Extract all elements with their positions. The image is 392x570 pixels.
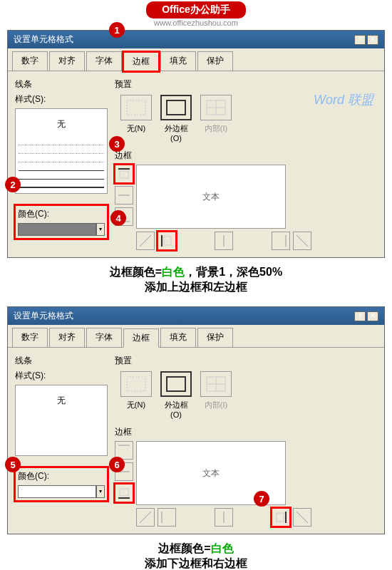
titlebar: 设置单元格格式 ? ✕ (8, 31, 384, 48)
line-style-list[interactable]: 无 (15, 108, 108, 194)
color-dropdown[interactable]: ▾ (96, 223, 105, 236)
lines-group-label: 线条 (15, 78, 108, 90)
preset-outer-label: 外边框(O) (160, 123, 192, 142)
svg-rect-11 (164, 237, 171, 245)
preset-none-label: 无(N) (120, 123, 152, 142)
help-button[interactable]: ? (354, 35, 366, 45)
tab-border[interactable]: 边框 (123, 52, 159, 71)
preset-none-label: 无(N) (120, 400, 152, 419)
marker-2: 2 (5, 177, 21, 192)
tab-strip: 数字 对齐 字体 边框 填充 保护 (8, 48, 384, 71)
svg-line-24 (140, 512, 151, 523)
tab-fill[interactable]: 填充 (160, 51, 196, 71)
svg-line-9 (140, 235, 151, 247)
color-swatch[interactable] (18, 223, 96, 236)
titlebar: 设置单元格格式 ? ✕ (8, 307, 384, 325)
border-mid-v-button[interactable] (215, 232, 233, 250)
preset-outer-button[interactable] (160, 95, 192, 120)
banner-url: www.officezhushou.com (0, 19, 392, 27)
caption-1: 边框颜色=白色，背景1，深色50% 添加上边框和左边框 (0, 265, 392, 295)
style-none-option[interactable]: 无 (19, 112, 104, 137)
marker-6: 6 (109, 457, 125, 472)
dialog-title: 设置单元格格式 (14, 33, 73, 46)
tab-align[interactable]: 对齐 (49, 51, 85, 71)
color-label: 颜色(C): (18, 470, 105, 482)
border-bottom-button[interactable] (115, 484, 133, 502)
line-style-list[interactable]: 无 (15, 385, 108, 456)
marker-1: 1 (109, 22, 125, 38)
preview-text: 文本 (202, 191, 220, 203)
svg-rect-22 (120, 489, 128, 496)
preset-group-label: 预置 (115, 78, 377, 90)
tab-border[interactable]: 边框 (123, 328, 159, 348)
tab-protect[interactable]: 保护 (197, 328, 233, 347)
tab-protect[interactable]: 保护 (197, 51, 233, 71)
svg-rect-15 (127, 377, 145, 391)
help-button[interactable]: ? (354, 311, 366, 321)
lines-group-label: 线条 (15, 355, 108, 367)
tab-fill[interactable]: 填充 (160, 328, 196, 347)
border-mid-h-button[interactable] (115, 186, 133, 204)
caption-2: 边框颜色=白色 添加下边框和右边框 (0, 542, 392, 570)
dialog-title: 设置单元格格式 (14, 310, 73, 322)
close-button[interactable]: ✕ (367, 35, 378, 45)
svg-rect-0 (127, 100, 145, 115)
tab-font[interactable]: 字体 (86, 328, 122, 347)
svg-rect-27 (277, 513, 284, 522)
preset-inner-button[interactable] (200, 371, 232, 397)
tab-align[interactable]: 对齐 (49, 328, 85, 347)
svg-rect-16 (167, 377, 185, 391)
format-cells-dialog-1: Word 联盟 1 2 3 4 设置单元格格式 ? ✕ 数字 对齐 字体 边框 … (7, 30, 385, 258)
preset-group-label: 预置 (115, 355, 377, 367)
border-group-label: 边框 (115, 150, 377, 162)
preset-inner-label: 内部(I) (200, 400, 232, 419)
preset-outer-button[interactable] (160, 371, 192, 397)
border-preview: 文本 (136, 165, 286, 229)
banner-title: Office办公助手 (146, 1, 246, 19)
marker-5: 5 (5, 457, 21, 472)
color-dropdown[interactable]: ▾ (96, 485, 105, 498)
preset-none-button[interactable] (120, 371, 152, 397)
close-button[interactable]: ✕ (367, 311, 378, 321)
color-swatch[interactable] (18, 485, 96, 498)
tab-number[interactable]: 数字 (12, 328, 48, 347)
tab-number[interactable]: 数字 (12, 51, 48, 71)
border-diag-down-button[interactable] (293, 508, 311, 527)
svg-rect-6 (120, 171, 128, 178)
svg-line-29 (296, 512, 308, 523)
svg-rect-1 (167, 100, 185, 115)
format-cells-dialog-2: 5 6 7 设置单元格格式 ? ✕ 数字 对齐 字体 边框 填充 保护 线条 样… (7, 306, 385, 534)
border-left-button[interactable] (158, 232, 176, 250)
preset-none-button[interactable] (120, 95, 152, 120)
style-label: 样式(S): (15, 93, 108, 105)
preset-inner-label: 内部(I) (200, 123, 232, 142)
svg-line-14 (296, 235, 308, 247)
border-right-button[interactable] (272, 232, 290, 250)
border-diag-up-button[interactable] (136, 508, 155, 527)
marker-7: 7 (254, 491, 269, 507)
border-left-button[interactable] (158, 508, 176, 527)
marker-3: 3 (109, 136, 125, 152)
tab-font[interactable]: 字体 (86, 51, 122, 71)
border-diag-down-button[interactable] (293, 232, 311, 250)
marker-4: 4 (110, 210, 126, 226)
border-top-button[interactable] (115, 165, 133, 183)
preset-inner-button[interactable] (200, 95, 232, 120)
color-label: 颜色(C): (18, 208, 105, 220)
tab-strip: 数字 对齐 字体 边框 填充 保护 (8, 325, 384, 348)
border-diag-up-button[interactable] (136, 232, 155, 250)
border-group-label: 边框 (115, 426, 377, 438)
preset-outer-label: 外边框(O) (160, 400, 192, 419)
preview-text: 文本 (202, 467, 220, 480)
style-none-option[interactable]: 无 (19, 388, 104, 413)
border-right-button[interactable] (272, 508, 290, 527)
style-label: 样式(S): (15, 370, 108, 382)
border-mid-v-button[interactable] (215, 508, 233, 527)
